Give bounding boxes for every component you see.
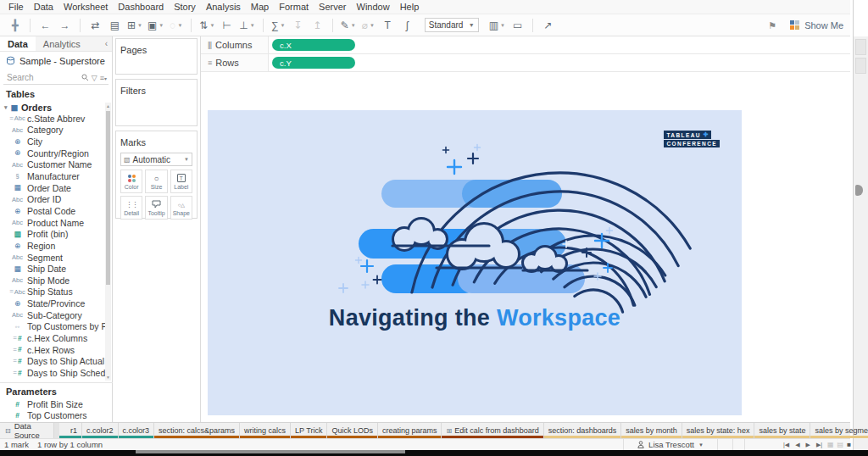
swap-rows-columns-button[interactable]: ⇅▼ bbox=[199, 18, 214, 33]
field-row[interactable]: =#c.Hex Columns bbox=[0, 332, 107, 344]
marks-size-button[interactable]: ○Size bbox=[145, 170, 167, 193]
sidebar-scrollbar[interactable]: ▲ ▼ bbox=[105, 103, 111, 381]
sheet-tab[interactable]: section: calcs&params bbox=[154, 423, 240, 438]
field-row[interactable]: ⊕Postal Code bbox=[0, 205, 107, 217]
field-row[interactable]: ⊕Country/Region bbox=[0, 147, 107, 159]
sheet-tab[interactable]: sales by segmen bbox=[810, 423, 868, 438]
field-row[interactable]: #Profit Bin Size bbox=[0, 398, 113, 410]
pill-cx[interactable]: c.X bbox=[272, 39, 355, 51]
field-row[interactable]: =AbcShip Status bbox=[0, 286, 107, 298]
tableau-logo-button[interactable]: ╋ bbox=[8, 18, 22, 33]
show-mark-labels-button[interactable]: T bbox=[381, 18, 395, 33]
marks-color-button[interactable]: Color bbox=[120, 170, 142, 193]
menu-map[interactable]: Map bbox=[246, 2, 274, 12]
menu-worksheet[interactable]: Worksheet bbox=[58, 2, 113, 12]
scroll-down-icon[interactable]: ▼ bbox=[105, 375, 111, 380]
sheet-tab[interactable]: LP Trick bbox=[291, 423, 327, 438]
view-options-icon[interactable]: ≡▾ bbox=[100, 74, 107, 82]
field-row[interactable]: ▥Profit (bin) bbox=[0, 228, 107, 240]
save-button[interactable]: ⇄ bbox=[88, 18, 103, 33]
presentation-mode-button[interactable]: ▭ bbox=[510, 18, 525, 33]
field-row[interactable]: #Top Customers bbox=[0, 410, 113, 422]
pages-shelf[interactable]: Pages bbox=[115, 38, 198, 75]
new-worksheet-button[interactable]: ⊞▼ bbox=[127, 18, 142, 33]
pin-icon[interactable]: ⚑ bbox=[768, 20, 776, 31]
field-row[interactable]: AbcShip Mode bbox=[0, 275, 107, 286]
field-row[interactable]: ⊕Region bbox=[0, 240, 107, 252]
highlight-button[interactable]: ✎▼ bbox=[341, 18, 356, 33]
field-row[interactable]: =#Days to Ship Actual bbox=[0, 355, 107, 367]
menu-analysis[interactable]: Analysis bbox=[201, 2, 246, 12]
sheet-tab[interactable]: c.color2 bbox=[82, 423, 119, 438]
field-search[interactable]: ▽ ≡▾ bbox=[3, 71, 108, 85]
sheet-tab[interactable]: writing calcs bbox=[240, 423, 291, 438]
tab-data[interactable]: Data bbox=[0, 36, 36, 51]
menu-story[interactable]: Story bbox=[169, 2, 201, 12]
sheet-tab[interactable]: section: dashboards bbox=[544, 423, 622, 438]
field-row[interactable]: ◦◦Top Customers by P... bbox=[0, 321, 107, 333]
menu-window[interactable]: Window bbox=[352, 2, 395, 12]
field-row[interactable]: AbcCategory bbox=[0, 125, 107, 136]
fix-axes-button[interactable]: ʃ bbox=[400, 18, 415, 33]
show-tabs-icon[interactable]: ▦ bbox=[827, 441, 834, 448]
field-row[interactable]: =Abcc.State Abbrev bbox=[0, 113, 107, 125]
data-source-tab[interactable]: ⊟ Data Source bbox=[0, 423, 54, 438]
new-data-source-button[interactable]: ▤ bbox=[108, 18, 122, 33]
field-row[interactable]: AbcCustomer Name bbox=[0, 159, 107, 171]
data-source-item[interactable]: Sample - Superstore bbox=[0, 52, 112, 70]
menu-server[interactable]: Server bbox=[314, 2, 351, 12]
tab-analytics[interactable]: Analytics bbox=[36, 36, 88, 51]
marks-shape-button[interactable]: ○△Shape bbox=[170, 196, 192, 220]
duplicate-button[interactable]: ▣▼ bbox=[147, 18, 164, 33]
sheet-tab[interactable]: sales by month bbox=[621, 423, 682, 438]
sheet-tab[interactable]: c.color3 bbox=[119, 423, 155, 438]
field-row[interactable]: =#Days to Ship Sched... bbox=[0, 367, 107, 379]
field-row[interactable]: ▦Ship Date bbox=[0, 263, 107, 275]
sheet-tab[interactable]: sales by state: hex bbox=[682, 423, 755, 438]
mark-type-dropdown[interactable]: ▧ Automatic ▼ bbox=[120, 153, 192, 166]
marks-detail-button[interactable]: ⋮⋮Detail bbox=[120, 196, 142, 220]
presenter-dropdown[interactable]: Lisa Trescott ▼ bbox=[623, 439, 718, 450]
marks-label-button[interactable]: TLabel bbox=[170, 170, 192, 193]
collapse-caret-icon[interactable]: ▾ bbox=[4, 104, 8, 111]
fit-select[interactable]: Standard ▼ bbox=[425, 18, 479, 32]
field-row[interactable]: ⊕State/Province bbox=[0, 298, 107, 309]
menu-file[interactable]: File bbox=[3, 2, 29, 12]
first-sheet-icon[interactable]: |◀ bbox=[783, 442, 789, 448]
scrollbar-thumb[interactable] bbox=[106, 111, 110, 285]
menu-format[interactable]: Format bbox=[274, 2, 314, 12]
move-to-columns-button[interactable]: ⊢ bbox=[220, 18, 234, 33]
sheet-tab[interactable]: Quick LODs bbox=[327, 423, 378, 438]
last-sheet-icon[interactable]: ▶| bbox=[816, 442, 822, 448]
show-filmstrip-icon[interactable]: ▤ bbox=[837, 441, 844, 448]
next-sheet-icon[interactable]: ▶ bbox=[806, 442, 810, 448]
show-hide-cards-button[interactable]: ▥▼ bbox=[489, 18, 505, 33]
menu-dashboard[interactable]: Dashboard bbox=[113, 2, 169, 12]
field-row[interactable]: AbcProduct Name bbox=[0, 217, 107, 229]
show-me-button[interactable]: Show Me bbox=[790, 20, 843, 31]
filter-fields-icon[interactable]: ▽ bbox=[92, 74, 97, 82]
collapse-pane-icon[interactable]: ‹ bbox=[105, 39, 112, 48]
marks-tooltip-button[interactable]: Tooltip bbox=[145, 196, 167, 220]
search-input[interactable] bbox=[5, 72, 79, 83]
field-row[interactable]: §Manufacturer bbox=[0, 170, 107, 182]
move-to-rows-button[interactable]: ⊥▼ bbox=[239, 18, 254, 33]
share-button[interactable]: ↗ bbox=[541, 18, 555, 33]
scroll-up-icon[interactable]: ▲ bbox=[105, 103, 111, 108]
rows-shelf[interactable]: ≡ Rows c.Y bbox=[201, 54, 850, 72]
field-row[interactable]: ▦Order Date bbox=[0, 182, 107, 194]
undo-button[interactable]: ← bbox=[38, 18, 53, 33]
menu-data[interactable]: Data bbox=[29, 2, 58, 12]
sheet-tab[interactable]: r1 bbox=[59, 423, 82, 438]
sheet-tab[interactable]: sales by state bbox=[754, 423, 810, 438]
sheet-tab[interactable]: ⊞Edit calc from dashboard bbox=[442, 423, 543, 438]
field-row[interactable]: AbcOrder ID bbox=[0, 193, 107, 205]
field-row[interactable]: ⊕City bbox=[0, 136, 107, 147]
field-row[interactable]: AbcSub-Category bbox=[0, 309, 107, 321]
field-row[interactable]: =#c.Hex Rows bbox=[0, 344, 107, 356]
sheet-tab[interactable]: creating params bbox=[378, 423, 442, 438]
redo-button[interactable]: → bbox=[58, 18, 72, 33]
menu-help[interactable]: Help bbox=[395, 2, 425, 12]
totals-button[interactable]: ∑▼ bbox=[271, 18, 286, 33]
previous-sheet-icon[interactable]: ◀ bbox=[795, 442, 799, 448]
